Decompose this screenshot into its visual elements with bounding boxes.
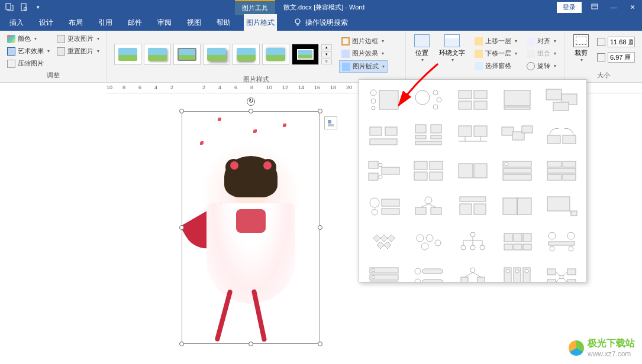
svg-point-45 [379,175,382,178]
ruler-tick: 16 [314,84,320,90]
layout-option-3[interactable] [453,84,492,115]
close-inner-button[interactable]: × [623,0,642,14]
wrap-text-button[interactable]: 环绕文字▾ [435,33,469,81]
height-input[interactable] [608,37,635,47]
tab-picture-format[interactable]: 图片格式 [244,14,277,31]
ruler-tick: 12 [282,84,288,90]
layout-option-24[interactable] [498,226,537,257]
layout-option-15[interactable] [542,155,582,186]
style-thumb-2[interactable] [144,44,171,65]
gallery-row-down[interactable]: ▾ [321,51,332,57]
layout-option-10[interactable] [542,120,582,151]
resize-handle-br[interactable] [318,342,322,346]
layout-option-14[interactable] [498,155,537,186]
tab-review[interactable]: 审阅 [155,14,174,31]
layout-option-27[interactable] [408,262,448,282]
rotate-handle[interactable] [247,98,255,106]
layout-option-1[interactable] [364,84,404,115]
style-thumb-3[interactable] [173,44,201,65]
resize-handle-tr[interactable] [318,109,322,113]
position-button[interactable]: 位置▾ [411,33,433,81]
layout-option-11[interactable] [364,155,404,186]
layout-option-6[interactable] [364,120,404,151]
layout-option-28[interactable] [453,262,492,282]
title-bar: ▾ 图片工具 散文.docx [兼容模式] - Word 登录 — × [0,0,642,14]
compress-picture-button[interactable]: 压缩图片 [5,58,52,69]
layout-option-7[interactable] [408,120,448,151]
picture-layout-gallery [359,79,587,282]
qat-doc-icon[interactable] [19,2,28,12]
tab-view[interactable]: 视图 [185,14,204,31]
align-button[interactable]: 对齐▾ [524,35,559,47]
style-thumb-6[interactable] [262,44,289,65]
layout-option-9[interactable] [498,120,537,151]
tab-mail[interactable]: 邮件 [125,14,144,31]
picture-border-button[interactable]: 图片边框▾ [339,35,388,47]
gallery-row-up[interactable]: ▴ [321,44,332,50]
picture-style-gallery: ▴ ▾ ▿ [112,40,334,69]
width-input[interactable] [608,52,635,63]
artistic-effects-button[interactable]: 艺术效果▾ [5,46,52,57]
layout-option-22[interactable] [408,226,448,257]
layout-option-18[interactable] [453,191,492,222]
svg-rect-23 [370,127,382,135]
bring-forward-button[interactable]: 上移一层▾ [472,35,520,47]
svg-rect-42 [369,173,378,180]
reset-picture-icon [57,47,65,56]
svg-point-62 [372,209,378,215]
tab-layout[interactable]: 布局 [66,14,85,31]
resize-handle-tm[interactable] [249,109,253,113]
bring-forward-icon [475,37,483,46]
layout-option-25[interactable] [542,226,582,257]
selected-image[interactable] [182,111,320,344]
style-thumb-7[interactable] [292,44,319,65]
minimize-button[interactable]: — [604,0,623,14]
reset-picture-button[interactable]: 重置图片▾ [54,46,102,57]
gallery-expand[interactable]: ▿ [321,58,332,64]
send-backward-button[interactable]: 下移一层▾ [472,48,520,59]
style-thumb-1[interactable] [114,44,141,65]
layout-option-23[interactable] [453,226,492,257]
layout-option-16[interactable] [364,191,404,222]
tell-me-search[interactable]: 操作说明搜索 [293,18,348,28]
resize-handle-mr[interactable] [318,225,322,230]
qat-dropdown-icon[interactable]: ▾ [33,2,43,12]
resize-handle-bm[interactable] [249,342,253,346]
selection-pane-button[interactable]: 选择窗格 [472,60,520,72]
rotate-button[interactable]: 旋转▾ [524,60,559,72]
contextual-tab-picture-tools[interactable]: 图片工具 [235,0,275,15]
layout-option-29[interactable] [498,262,537,282]
layout-options-flyout[interactable] [324,116,337,129]
tab-insert[interactable]: 插入 [7,14,26,31]
layout-option-17[interactable] [408,191,448,222]
layout-option-30[interactable] [542,262,582,282]
ribbon-options-icon[interactable] [585,0,604,14]
resize-handle-bl[interactable] [179,342,184,346]
picture-layout-button[interactable]: 图片版式▾ [339,60,388,73]
color-button[interactable]: 颜色▾ [5,33,52,44]
style-thumb-4[interactable] [203,44,230,65]
layout-option-8[interactable] [453,120,492,151]
tab-help[interactable]: 帮助 [214,14,233,31]
layout-option-5[interactable] [542,84,582,115]
resize-handle-ml[interactable] [179,225,184,230]
style-thumb-5[interactable] [233,44,260,65]
picture-effects-button[interactable]: 图片效果▾ [339,48,388,59]
layout-option-13[interactable] [453,155,492,186]
crop-button[interactable]: 裁剪▾ [570,33,592,71]
layout-option-21[interactable] [364,226,404,257]
svg-point-133 [560,275,563,279]
tab-references[interactable]: 引用 [96,14,115,31]
qat-touch-icon[interactable] [5,2,14,12]
tab-design[interactable]: 设计 [37,14,56,31]
login-button[interactable]: 登录 [557,2,582,13]
layout-option-26[interactable] [364,262,404,282]
layout-option-12[interactable] [408,155,448,186]
change-picture-button[interactable]: 更改图片▾ [54,33,102,44]
layout-option-2[interactable] [408,84,448,115]
layout-option-20[interactable] [542,191,582,222]
resize-handle-tl[interactable] [179,109,184,113]
layout-option-19[interactable] [498,191,537,222]
group-button[interactable]: 组合▾ [524,48,559,59]
layout-option-4[interactable] [498,84,537,115]
